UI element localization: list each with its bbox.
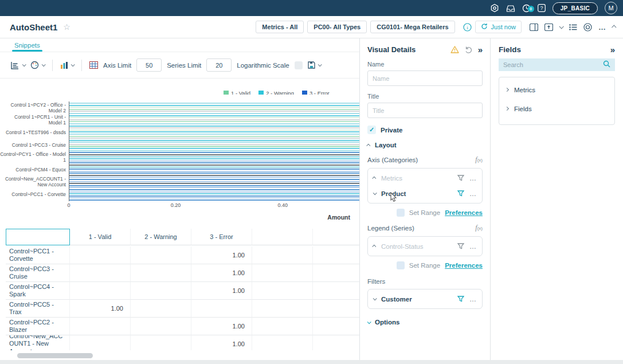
function-icon[interactable]: f(x) <box>475 155 483 164</box>
private-checkbox[interactable]: ✓ <box>367 126 376 134</box>
more-options-icon[interactable]: … <box>469 242 477 251</box>
more-options-icon[interactable]: … <box>469 190 477 198</box>
table-row-label[interactable]: Control~PCC3 - Cruise <box>6 264 70 282</box>
chart-bar[interactable] <box>69 109 359 110</box>
table-row-label[interactable]: Control~PCC5 - Trax <box>6 300 70 318</box>
chart-bar[interactable] <box>69 117 359 118</box>
settings-gear-icon[interactable] <box>490 3 499 13</box>
chart-bar[interactable] <box>69 179 359 180</box>
chart-bar[interactable] <box>69 191 359 193</box>
function-icon[interactable]: f(x) <box>475 224 483 232</box>
scope-button-metrics[interactable]: Metrics - All <box>256 21 304 33</box>
table-cell[interactable] <box>313 335 360 350</box>
collapse-panel-icon[interactable]: » <box>610 45 615 54</box>
table-cell[interactable] <box>252 335 313 350</box>
axis-limit-input[interactable] <box>136 58 162 72</box>
fields-tree-fields[interactable]: Fields <box>506 99 608 118</box>
chart-bar[interactable] <box>69 171 359 172</box>
chart-bar[interactable] <box>69 175 359 176</box>
save-button[interactable] <box>308 61 321 69</box>
chart-bar[interactable] <box>69 193 359 194</box>
table-cell[interactable] <box>313 318 360 335</box>
table-cell[interactable] <box>191 300 252 318</box>
chart-bar[interactable] <box>69 127 359 128</box>
chart-bar[interactable] <box>69 156 359 157</box>
table-cell[interactable] <box>252 246 313 264</box>
fields-search-input[interactable]: Search <box>499 58 615 71</box>
target-icon[interactable] <box>583 23 592 32</box>
chart-bar[interactable] <box>69 148 359 149</box>
refresh-status[interactable]: Just now <box>475 21 522 33</box>
chart-bar[interactable] <box>69 199 359 201</box>
collapse-header-icon[interactable] <box>613 25 616 29</box>
chart-bar[interactable] <box>69 185 359 186</box>
column-header[interactable]: 1 - Valid <box>70 229 131 245</box>
scope-button-product[interactable]: PC00- All Types <box>307 21 367 33</box>
chart-bar[interactable] <box>69 169 359 170</box>
chart-plot-area[interactable] <box>69 101 359 201</box>
chart-bar[interactable] <box>69 130 359 131</box>
log-scale-checkbox[interactable] <box>295 61 303 69</box>
chart-bar[interactable] <box>69 138 359 139</box>
layout-panel-icon[interactable] <box>530 24 538 31</box>
chart-bar[interactable] <box>69 154 359 155</box>
column-header[interactable]: 2 - Warning <box>131 229 191 245</box>
table-cell[interactable] <box>131 264 191 282</box>
set-range-checkbox[interactable] <box>397 261 405 269</box>
fields-tree-metrics[interactable]: Metrics <box>506 80 608 99</box>
chart-bar[interactable] <box>69 181 359 182</box>
chart-bar[interactable] <box>69 126 359 127</box>
history-clock-icon[interactable]: 0 <box>522 4 531 13</box>
table-cell[interactable] <box>252 318 313 335</box>
chart-type-hbar-button[interactable] <box>10 61 25 69</box>
warning-icon[interactable] <box>450 46 459 53</box>
table-cell[interactable] <box>313 264 360 282</box>
table-cell[interactable] <box>252 282 313 300</box>
undo-icon[interactable] <box>465 46 472 53</box>
filter-icon[interactable] <box>457 189 464 199</box>
table-row-label[interactable]: Control~PCC2 - Blazer <box>6 318 70 335</box>
more-options-icon[interactable]: … <box>469 174 477 182</box>
avatar[interactable]: M <box>605 2 617 14</box>
chart-bar[interactable] <box>69 166 359 167</box>
field-item-metrics[interactable]: Metrics… <box>373 170 477 186</box>
caret-icon[interactable] <box>372 245 376 249</box>
filter-icon[interactable] <box>457 173 464 183</box>
more-options-icon[interactable]: … <box>598 23 606 32</box>
chart-bar[interactable] <box>69 197 359 198</box>
chart-bar[interactable] <box>69 144 359 145</box>
chart-bar[interactable] <box>69 119 359 120</box>
user-menu-button[interactable]: JP_BASIC <box>553 2 598 14</box>
column-header[interactable]: 3 - Error <box>191 229 252 245</box>
preferences-link[interactable]: Preferences <box>445 262 483 269</box>
filter-icon[interactable] <box>457 294 464 304</box>
list-view-icon[interactable] <box>569 24 577 30</box>
table-cell[interactable] <box>131 282 191 300</box>
chart-bar[interactable] <box>69 136 359 137</box>
more-options-icon[interactable]: … <box>469 295 477 303</box>
table-cell[interactable] <box>252 264 313 282</box>
tab-snippets[interactable]: Snippets <box>14 42 40 52</box>
table-cell[interactable] <box>131 318 191 335</box>
chart-bar[interactable] <box>69 107 359 108</box>
table-row-label[interactable]: Control~PCC1 - Corvette <box>6 246 70 264</box>
title-input[interactable] <box>367 103 483 118</box>
collapse-panel-icon[interactable]: » <box>478 45 483 54</box>
chart-bar[interactable] <box>69 115 359 116</box>
chart-bar[interactable] <box>69 195 359 197</box>
chart-bar[interactable] <box>69 177 359 178</box>
info-icon[interactable]: i <box>463 23 472 32</box>
chart-bar[interactable] <box>69 173 359 174</box>
filter-icon[interactable] <box>457 241 464 252</box>
chart-bar[interactable] <box>69 158 359 159</box>
chart-bar[interactable] <box>69 189 359 190</box>
column-header[interactable] <box>313 229 360 245</box>
table-cell[interactable] <box>313 300 360 318</box>
table-cell[interactable] <box>313 246 360 264</box>
chart-bar[interactable] <box>69 152 359 153</box>
help-icon[interactable]: ? <box>538 4 546 12</box>
scope-button-customer[interactable]: CG0101- Mega Retailers <box>370 21 454 33</box>
chart-bar[interactable] <box>69 131 359 132</box>
legend-item[interactable]: 3 - Error <box>302 90 330 95</box>
chart-bar[interactable] <box>69 103 359 104</box>
